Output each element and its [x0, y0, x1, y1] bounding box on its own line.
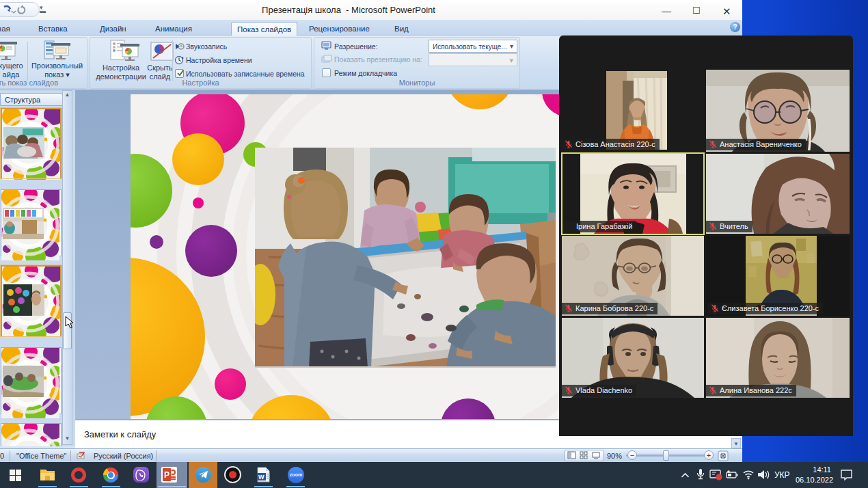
svg-text:W: W	[258, 474, 265, 480]
